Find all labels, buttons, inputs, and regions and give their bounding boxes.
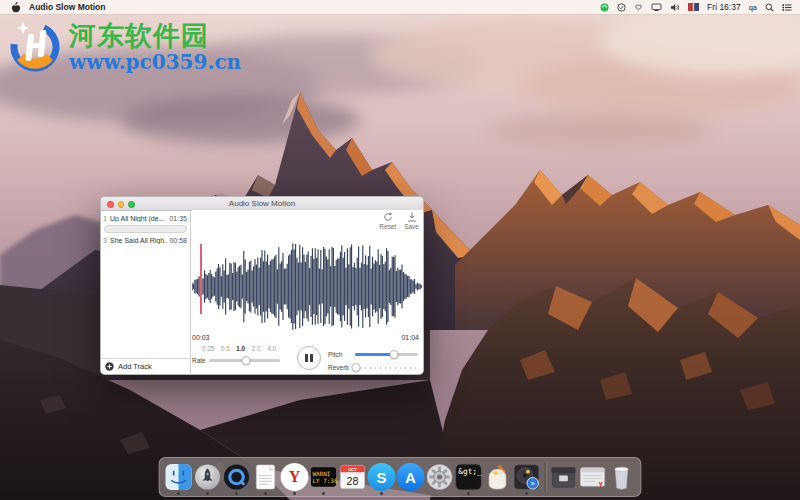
track-row[interactable]: 3 She Said All Righ... 00:58 <box>101 234 190 246</box>
save-download-icon <box>407 212 417 222</box>
rate-scale: 0.25 0.5 1.0 2.0 4.0 <box>202 345 276 352</box>
dock-disk-tool-icon[interactable]: » <box>513 463 541 491</box>
plus-circle-icon <box>105 362 114 371</box>
menu-clock[interactable]: Fri 16:37 <box>707 2 741 12</box>
running-indicator <box>380 492 383 495</box>
audio-slow-motion-window: Audio Slow Motion 1 Up All Night (de... … <box>100 196 424 375</box>
skype-letter: S <box>376 469 386 486</box>
svg-text:»: » <box>531 479 535 488</box>
status-green-app-icon[interactable] <box>600 3 609 12</box>
rate-slider-thumb[interactable] <box>241 356 250 365</box>
menu-input-indicator[interactable]: qa <box>749 3 757 12</box>
site-url: www.pc0359.cn <box>69 50 241 74</box>
status-display-icon[interactable] <box>651 3 662 12</box>
rate-option[interactable]: 4.0 <box>267 345 276 352</box>
status-check-circle-icon[interactable] <box>617 3 626 12</box>
status-volume-icon[interactable] <box>670 3 680 12</box>
dock-appstore-icon[interactable]: A <box>397 463 425 491</box>
reset-button[interactable]: Reset <box>379 212 396 230</box>
dock-textedit-icon[interactable] <box>252 463 280 491</box>
save-button[interactable]: Save <box>404 212 419 230</box>
dock-skype-icon[interactable]: S <box>368 463 396 491</box>
reverb-slider-thumb[interactable] <box>352 363 361 372</box>
dock-launchpad-icon[interactable] <box>194 463 222 491</box>
notification-center-icon[interactable] <box>782 3 792 12</box>
pitch-label: Pitch <box>328 351 350 358</box>
dock: Y WARNILY 7:36 OCT28 S A &gt;_ <box>159 457 642 497</box>
menu-app-name[interactable]: Audio Slow Motion <box>29 2 105 12</box>
running-indicator <box>177 492 180 495</box>
playhead-cursor[interactable] <box>200 244 202 314</box>
minimize-button[interactable] <box>118 201 125 208</box>
running-indicator <box>235 492 238 495</box>
spotlight-search-icon[interactable] <box>765 3 774 12</box>
editor-area: Reset Save 00:03 01:04 0.25 0.5 <box>192 210 423 374</box>
track-duration: 01:35 <box>167 215 187 222</box>
track-list: 1 Up All Night (de... 01:35 3 She Said A… <box>101 212 191 374</box>
site-name: 河东软件园 <box>69 22 241 50</box>
track-duration: 00:58 <box>167 237 187 244</box>
total-time: 01:04 <box>401 334 419 341</box>
svg-text:&gt;_: &gt;_ <box>458 467 482 476</box>
yandex-letter: Y <box>289 468 301 486</box>
reset-icon <box>383 212 393 222</box>
running-indicator <box>264 492 267 495</box>
reverb-label: Reverb <box>328 364 350 371</box>
rate-option-selected[interactable]: 1.0 <box>236 345 245 352</box>
pitch-slider-fill <box>355 353 394 356</box>
site-watermark: 河东软件园 www.pc0359.cn <box>8 16 241 80</box>
close-button[interactable] <box>107 201 114 208</box>
dock-jar-utility-icon[interactable] <box>484 463 512 491</box>
elapsed-time: 00:03 <box>192 334 210 341</box>
play-pause-button[interactable] <box>297 346 321 370</box>
running-indicator <box>467 492 470 495</box>
track-name: She Said All Righ... <box>110 237 167 244</box>
dock-files-stack-icon[interactable]: Y <box>579 463 607 491</box>
rate-option[interactable]: 0.25 <box>202 345 214 352</box>
dock-system-preferences-icon[interactable] <box>426 463 454 491</box>
site-logo-icon <box>8 16 63 80</box>
pitch-slider[interactable] <box>355 353 418 356</box>
dock-yandex-icon[interactable]: Y <box>281 463 309 491</box>
track-index: 3 <box>103 237 110 244</box>
track-index: 1 <box>103 215 110 222</box>
pitch-slider-thumb[interactable] <box>390 350 399 359</box>
add-track-button[interactable]: Add Track <box>101 358 190 374</box>
svg-text:Y: Y <box>598 481 603 488</box>
window-title: Audio Slow Motion <box>101 199 423 208</box>
dock-digital-clock-icon[interactable]: WARNILY 7:36 <box>310 463 338 491</box>
status-heart-icon[interactable] <box>634 3 643 12</box>
waveform-graph <box>192 239 422 334</box>
save-label: Save <box>404 223 419 230</box>
svg-text:LY 7:36: LY 7:36 <box>312 477 337 484</box>
rate-label: Rate <box>192 357 206 364</box>
menu-bar: Audio Slow Motion Fri 16:37 qa <box>0 0 800 14</box>
track-drag-placeholder[interactable] <box>104 225 187 233</box>
svg-text:28: 28 <box>347 475 359 487</box>
dock-terminal-icon[interactable]: &gt;_ <box>455 463 483 491</box>
reset-label: Reset <box>379 223 396 230</box>
appstore-letter: A <box>405 469 416 486</box>
dock-finder-icon[interactable] <box>165 463 193 491</box>
status-input-flag-icon[interactable] <box>688 3 699 11</box>
rate-slider[interactable] <box>209 359 280 362</box>
dock-trash-icon[interactable] <box>608 463 636 491</box>
dock-archive-box-icon[interactable] <box>550 463 578 491</box>
rate-option[interactable]: 2.0 <box>252 345 261 352</box>
add-track-label: Add Track <box>118 362 152 371</box>
running-indicator <box>293 492 296 495</box>
desktop: Audio Slow Motion Fri 16:37 qa <box>0 0 800 500</box>
dock-quicktime-icon[interactable] <box>223 463 251 491</box>
running-indicator <box>525 492 528 495</box>
rate-option[interactable]: 0.5 <box>221 345 230 352</box>
track-row[interactable]: 1 Up All Night (de... 01:35 <box>101 212 190 224</box>
dock-calendar-icon[interactable]: OCT28 <box>339 463 367 491</box>
window-titlebar[interactable]: Audio Slow Motion <box>101 197 423 211</box>
track-name: Up All Night (de... <box>110 215 167 222</box>
running-indicator <box>206 492 209 495</box>
zoom-button[interactable] <box>128 201 135 208</box>
reverb-slider[interactable] <box>355 367 418 369</box>
apple-menu-icon[interactable] <box>10 1 20 13</box>
running-indicator <box>322 492 325 495</box>
waveform-display[interactable] <box>192 239 422 334</box>
